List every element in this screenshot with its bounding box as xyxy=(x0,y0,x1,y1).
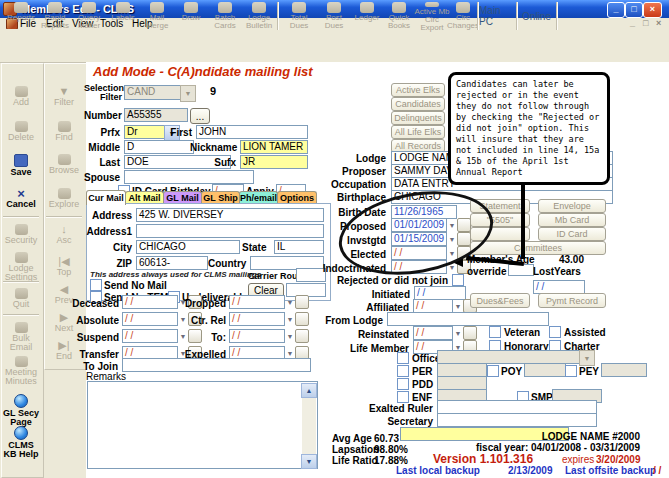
number-field[interactable]: A55355 xyxy=(124,108,188,122)
per-field[interactable] xyxy=(437,363,487,377)
post-dues-button[interactable]: Post Dues xyxy=(318,2,350,32)
selection-filter-arrow-icon[interactable]: ▼ xyxy=(180,85,196,102)
override-field[interactable] xyxy=(508,264,534,276)
city-field[interactable]: CHICAGO xyxy=(136,240,240,254)
sidebar-item-meeting-minutes[interactable]: Meeting Minutes xyxy=(1,356,41,386)
main-pc-button[interactable]: Main PC xyxy=(479,2,515,30)
officer-select[interactable] xyxy=(437,350,583,364)
sidebar-item-security[interactable]: Security xyxy=(1,224,41,245)
id-card-button[interactable]: ID Card xyxy=(538,227,606,241)
pdd-field[interactable] xyxy=(437,376,487,390)
reinstated-date-control[interactable]: / /▼ xyxy=(413,326,477,340)
date-picker-button[interactable] xyxy=(457,232,471,246)
state-field[interactable]: IL xyxy=(274,240,324,254)
dropdown-icon[interactable]: ▼ xyxy=(285,295,295,309)
dues-fees-button[interactable]: Dues&Fees xyxy=(470,293,530,308)
invstgtd-date-control[interactable]: 01/15/2009▼ xyxy=(391,232,471,246)
minimize-icon[interactable]: _ xyxy=(607,2,625,18)
date-picker-button[interactable] xyxy=(457,218,471,232)
mdi-close-icon[interactable]: × xyxy=(656,18,661,28)
dropped-date-control[interactable]: / /▼ xyxy=(229,295,309,309)
dropdown-icon[interactable]: ▼ xyxy=(453,326,463,340)
rapid-reports-button[interactable]: Rapid Reports xyxy=(38,2,72,32)
initiated-field[interactable]: / / xyxy=(414,286,466,300)
elected-date-control[interactable]: / /▼ xyxy=(391,246,471,260)
zip-field[interactable]: 60613- xyxy=(136,256,208,270)
indoctrinated-date-control[interactable]: / /▼ xyxy=(391,260,471,274)
dropdown-icon[interactable]: ▼ xyxy=(285,329,295,343)
lodge-bulletin-button[interactable]: Lodge Bulletin xyxy=(242,2,276,32)
circ-changes-button[interactable]: Circ Changes xyxy=(448,2,478,32)
assisted-checkbox[interactable] xyxy=(549,326,561,338)
exalted-ruler-field[interactable] xyxy=(437,400,597,414)
dropdown-icon[interactable]: ▼ xyxy=(447,218,457,232)
remarks-input[interactable]: ▲ ▼ xyxy=(87,381,318,469)
sidebar-item-clms-kb-help[interactable]: CLMS KB Help xyxy=(1,426,41,459)
draw-button[interactable]: Draw xyxy=(174,2,208,32)
active-mb-circ-export-button[interactable]: Active Mb Circ Export xyxy=(414,2,450,32)
rejected-checkbox[interactable] xyxy=(452,274,464,286)
enf-checkbox[interactable] xyxy=(397,391,409,403)
scroll-up-icon[interactable]: ▲ xyxy=(301,383,317,398)
address1-field[interactable] xyxy=(136,224,324,238)
pymt-record-button[interactable]: Pymt Record xyxy=(538,293,606,308)
query-maker-button[interactable]: Query Maker xyxy=(72,2,106,32)
spouse-field[interactable] xyxy=(124,170,254,184)
all-life-elks-button[interactable]: All Life Elks xyxy=(391,125,445,139)
secretary-field[interactable] xyxy=(437,413,597,427)
date-picker-button[interactable] xyxy=(295,295,309,309)
officer-arrow-icon[interactable]: ▼ xyxy=(579,350,595,366)
first-name-field[interactable]: JOHN xyxy=(196,125,308,139)
selection-filter-select[interactable]: CAND xyxy=(124,85,182,100)
address-field[interactable]: 425 W. DIVERSEY xyxy=(136,208,324,222)
dues-5505-button[interactable]: "5505" xyxy=(470,213,530,227)
close-icon[interactable]: × xyxy=(643,2,662,18)
per-checkbox[interactable] xyxy=(397,365,409,377)
blank-button[interactable] xyxy=(470,227,530,241)
affiliated-date-control[interactable]: / /▼ xyxy=(413,299,477,313)
sidebar-item-cancel[interactable]: ×Cancel xyxy=(1,188,41,209)
sidebar-item-asc[interactable]: ↓Asc xyxy=(44,224,84,245)
pdd-checkbox[interactable] xyxy=(397,378,409,390)
envelope-button[interactable]: Envelope xyxy=(538,199,606,213)
to-date-control[interactable]: / /▼ xyxy=(229,329,309,343)
pey-checkbox[interactable] xyxy=(565,365,577,377)
date-picker-button[interactable] xyxy=(463,326,477,340)
mdi-minimize-icon[interactable]: _ xyxy=(630,18,635,28)
lost-years-date-field[interactable]: / / xyxy=(533,280,585,294)
poy-field[interactable] xyxy=(524,363,566,377)
statement-button[interactable]: Statement xyxy=(470,199,530,213)
delinquents-button[interactable]: Delinquents xyxy=(391,111,445,125)
browse-number-button[interactable]: ... xyxy=(190,108,210,124)
sidebar-item-explore[interactable]: Explore xyxy=(44,188,84,209)
candidates-button[interactable]: Candidates xyxy=(391,97,445,111)
sidebar-item-quit[interactable]: Quit xyxy=(1,288,41,309)
poy-checkbox[interactable] xyxy=(487,365,499,377)
sidebar-item-find[interactable]: Find xyxy=(44,121,84,142)
scroll-down-icon[interactable]: ▼ xyxy=(301,454,317,469)
sidebar-item-lodge-settings[interactable]: Lodge Settings xyxy=(1,252,41,282)
sidebar-item-bulk-email[interactable]: Bulk Email xyxy=(1,322,41,352)
reports-button[interactable]: Reports xyxy=(4,2,38,32)
total-dues-button[interactable]: Total Dues xyxy=(282,2,316,32)
pey-field[interactable] xyxy=(601,363,647,377)
from-lodge-field[interactable] xyxy=(387,312,549,326)
sufx-field[interactable]: JR xyxy=(240,155,308,169)
online-button[interactable]: Online xyxy=(518,2,555,30)
sidebar-item-top[interactable]: |◀Top xyxy=(44,256,84,277)
sidebar-item-gl-secy-page[interactable]: GL Secy Page xyxy=(1,394,41,427)
dropdown-icon[interactable]: ▼ xyxy=(453,299,463,313)
restore-icon[interactable]: □ xyxy=(625,2,643,18)
dropdown-icon[interactable]: ▼ xyxy=(447,246,457,260)
middle-name-field[interactable]: D xyxy=(124,140,194,154)
sidebar-item-filter[interactable]: ▼Filter xyxy=(44,86,84,107)
batch-cards-button[interactable]: Batch Cards xyxy=(208,2,242,32)
dropdown-icon[interactable]: ▼ xyxy=(285,312,295,326)
date-picker-button[interactable] xyxy=(295,329,309,343)
veteran-checkbox[interactable] xyxy=(489,326,501,338)
labels-button[interactable]: Labels xyxy=(106,2,140,32)
prfx-select[interactable]: Dr xyxy=(124,125,168,139)
quick-books-button[interactable]: Quick Books xyxy=(384,2,414,32)
dropdown-icon[interactable]: ▼ xyxy=(447,260,457,274)
ledger-button[interactable]: Ledger xyxy=(352,2,382,32)
